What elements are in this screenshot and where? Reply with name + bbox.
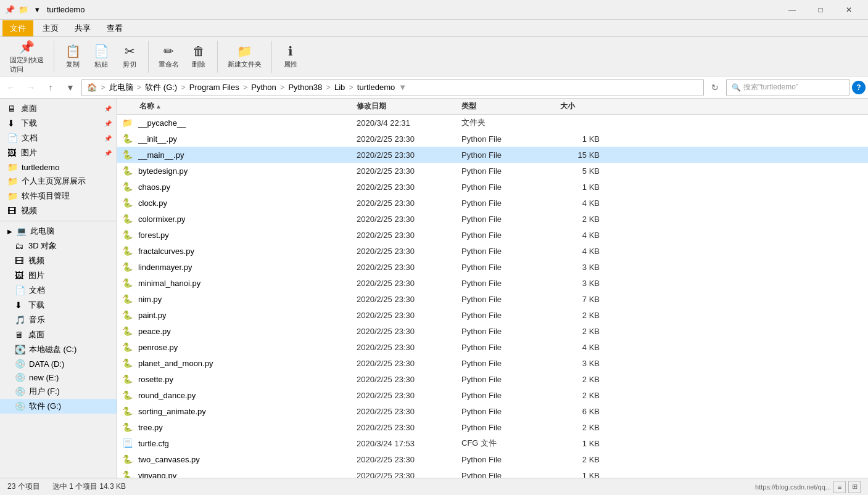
sidebar-item-dl[interactable]: ⬇ 下载 [0,298,117,313]
maximize-button[interactable]: □ [806,0,835,20]
cut-button[interactable]: ✂ 剪切 [116,41,143,73]
col-header-type[interactable]: 类型 [457,101,555,112]
table-row[interactable]: 🐍 peace.py 2020/2/25 23:30 Python File 2… [117,323,868,339]
help-button[interactable]: ? [852,81,866,94]
sidebar-item-turtledemo[interactable]: 📁 turtledemo [0,160,117,174]
paste-button[interactable]: 📄 粘贴 [88,41,115,73]
file-date: 2020/2/25 23:30 [352,215,457,224]
path-python38[interactable]: Python38 [288,83,322,92]
sidebar-item-video-fav[interactable]: 🎞 视频 [0,203,117,218]
col-header-name[interactable]: 名称 ▲ [117,101,352,112]
file-icon: 🐍 [122,246,134,256]
sidebar-item-download[interactable]: ⬇ 下载 📌 [0,116,117,131]
sidebar-item-thispc[interactable]: ▶ 💻 此电脑 [0,224,117,239]
sidebar-item-img[interactable]: 🖼 图片 [0,268,117,283]
sidebar-item-g[interactable]: 💿 软件 (G:) [0,399,117,414]
table-row[interactable]: 🐍 colormixer.py 2020/2/25 23:30 Python F… [117,211,868,227]
table-row[interactable]: 🐍 sorting_animate.py 2020/2/25 23:30 Pyt… [117,403,868,419]
file-type: Python File [457,182,555,192]
file-icon: 🐍 [122,134,134,144]
delete-button[interactable]: 🗑 删除 [185,41,212,73]
new-folder-button[interactable]: 📁 新建文件夹 [223,41,267,73]
path-progfiles[interactable]: Program Files [189,83,239,92]
refresh-button[interactable]: ↻ [706,79,724,96]
table-row[interactable]: 🐍 penrose.py 2020/2/25 23:30 Python File… [117,339,868,355]
sidebar-item-pictures[interactable]: 🖼 图片 📌 [0,145,117,160]
sidebar-item-desktop[interactable]: 🖥 桌面 📌 [0,101,117,116]
copy-button[interactable]: 📋 复制 [59,41,86,73]
minimize-button[interactable]: — [778,0,806,20]
properties-label: 属性 [284,60,297,69]
sidebar-item-label: 个人主页宽屏展示 [22,176,86,187]
path-turtledemo[interactable]: turtledemo [357,83,395,92]
file-name: nim.py [138,295,162,304]
col-header-size[interactable]: 大小 [555,101,605,112]
table-row[interactable]: 🐍 two_canvases.py 2020/2/25 23:30 Python… [117,451,868,467]
back-button[interactable]: ← [2,79,20,96]
view-details-button[interactable]: ≡ [833,481,846,493]
sidebar-item-f[interactable]: 💿 用户 (F:) [0,384,117,399]
path-pc[interactable]: 此电脑 [109,82,133,93]
search-box[interactable]: 🔍 搜索"turtledemo" [726,79,849,96]
table-row[interactable]: 🐍 bytedesign.py 2020/2/25 23:30 Python F… [117,163,868,179]
file-type: Python File [457,134,555,144]
sidebar-item-homepage[interactable]: 📁 个人主页宽屏展示 [0,174,117,189]
recent-paths-button[interactable]: ▼ [62,79,79,96]
sidebar-item-docs[interactable]: 📄 文档 📌 [0,131,117,145]
tab-home[interactable]: 主页 [35,20,67,36]
sidebar-item-3d[interactable]: 🗂 3D 对象 [0,239,117,253]
file-date: 2020/2/25 23:30 [352,407,457,416]
table-row[interactable]: 📁 __pycache__ 2020/3/4 22:31 文件夹 [117,115,868,131]
table-row[interactable]: 🐍 round_dance.py 2020/2/25 23:30 Python … [117,387,868,403]
sidebar-item-doc[interactable]: 📄 文档 [0,283,117,298]
up-button[interactable]: ↑ [42,79,59,96]
sidebar-item-e[interactable]: 💿 new (E:) [0,370,117,384]
table-row[interactable]: 🐍 __init__.py 2020/2/25 23:30 Python Fil… [117,131,868,147]
table-row[interactable]: 🐍 rosette.py 2020/2/25 23:30 Python File… [117,371,868,387]
path-python[interactable]: Python [251,83,276,92]
table-row[interactable]: 🐍 nim.py 2020/2/25 23:30 Python File 7 K… [117,291,868,307]
table-row[interactable]: 🐍 chaos.py 2020/2/25 23:30 Python File 1… [117,179,868,195]
file-date: 2020/2/25 23:30 [352,263,457,272]
delete-icon: 🗑 [192,44,205,59]
pin-to-quickaccess-button[interactable]: 📌 固定到快速访问 [5,41,49,73]
file-date: 2020/2/25 23:30 [352,311,457,320]
address-path[interactable]: 🏠 > 此电脑 > 软件 (G:) > Program Files > Pyth… [81,79,704,96]
sidebar-item-desk[interactable]: 🖥 桌面 [0,327,117,342]
tab-view[interactable]: 查看 [99,20,131,36]
path-drive[interactable]: 软件 (G:) [145,82,177,93]
table-row[interactable]: 🐍 yinyang.py 2020/2/25 23:30 Python File… [117,467,868,478]
table-row[interactable]: 📃 turtle.cfg 2020/3/24 17:53 CFG 文件 1 KB [117,435,868,451]
sidebar-item-label: DATA (D:) [29,359,64,369]
rename-button[interactable]: ✏ 重命名 [154,41,184,73]
file-icon: 🐍 [122,150,134,160]
table-row[interactable]: 🐍 tree.py 2020/2/25 23:30 Python File 2 … [117,419,868,435]
sidebar-item-label: 此电脑 [30,226,54,237]
tab-file[interactable]: 文件 [2,20,33,36]
col-header-date[interactable]: 修改日期 [352,101,457,112]
properties-button[interactable]: ℹ 属性 [277,41,304,73]
path-lib[interactable]: Lib [334,83,345,92]
table-row[interactable]: 🐍 minimal_hanoi.py 2020/2/25 23:30 Pytho… [117,275,868,291]
table-row[interactable]: 🐍 clock.py 2020/2/25 23:30 Python File 4… [117,195,868,211]
sidebar-item-music[interactable]: 🎵 音乐 [0,313,117,327]
table-row[interactable]: 🐍 lindenmayer.py 2020/2/25 23:30 Python … [117,259,868,275]
file-size: 4 KB [555,247,605,256]
file-name: sorting_animate.py [138,407,206,416]
disk-e-icon: 💿 [15,372,25,382]
forward-button[interactable]: → [22,79,39,96]
tab-share[interactable]: 共享 [67,20,99,36]
sidebar-item-d[interactable]: 💿 DATA (D:) [0,357,117,370]
table-row[interactable]: 🐍 __main__.py 2020/2/25 23:30 Python Fil… [117,147,868,163]
table-row[interactable]: 🐍 paint.py 2020/2/25 23:30 Python File 2… [117,307,868,323]
file-list: 📁 __pycache__ 2020/3/4 22:31 文件夹 🐍 __ini… [117,115,868,478]
close-button[interactable]: ✕ [835,0,863,20]
table-row[interactable]: 🐍 forest.py 2020/2/25 23:30 Python File … [117,227,868,243]
table-row[interactable]: 🐍 planet_and_moon.py 2020/2/25 23:30 Pyt… [117,355,868,371]
sidebar-item-softproject[interactable]: 📁 软件项目管理 [0,189,117,203]
table-row[interactable]: 🐍 fractalcurves.py 2020/2/25 23:30 Pytho… [117,243,868,259]
sidebar-item-c[interactable]: 💽 本地磁盘 (C:) [0,342,117,357]
view-large-button[interactable]: ⊞ [848,481,861,493]
sidebar-item-video[interactable]: 🎞 视频 [0,253,117,268]
file-name: two_canvases.py [138,455,200,464]
